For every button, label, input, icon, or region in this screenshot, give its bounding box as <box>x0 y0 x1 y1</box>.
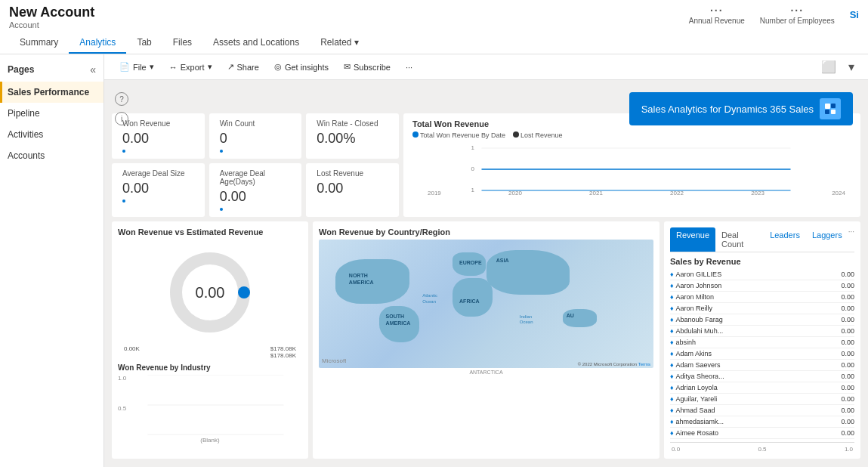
panel-more-icon[interactable]: ··· <box>848 227 854 252</box>
info-icon-2[interactable]: i <box>115 112 128 125</box>
sales-list-items: ♦Aaron GILLIES0.00 ♦Aaron Johnson0.00 ♦A… <box>670 269 854 439</box>
subscribe-label: Subscribe <box>354 63 391 72</box>
laggers-link[interactable]: Laggers <box>806 227 848 252</box>
list-item: ♦Aaron GILLIES0.00 <box>670 269 854 280</box>
kpi-win-rate-value: 0.00% <box>317 131 388 147</box>
y-axis: 1.0 0.5 <box>118 375 129 435</box>
info-icon-1[interactable]: ? <box>115 92 128 106</box>
tab-related[interactable]: Related ▾ <box>310 32 369 54</box>
report-area: 📄 File ▾ ↔ Export ▾ ↗ Share ◎ <box>104 54 868 467</box>
export-label: Export <box>181 63 205 72</box>
subscribe-button[interactable]: ✉ Subscribe <box>338 60 397 74</box>
au-label: AU <box>567 313 574 318</box>
sidebar-item-activities[interactable]: Activities <box>0 124 103 145</box>
svg-text:1: 1 <box>471 144 475 151</box>
share-button[interactable]: ↗ Share <box>221 60 265 74</box>
annual-revenue-dots: ··· <box>689 5 745 17</box>
list-item: ♦Adrian Loyola0.00 <box>670 382 854 394</box>
sidebar-item-sales-performance[interactable]: Sales Performance <box>0 82 103 103</box>
axis-0: 0.0 <box>672 446 680 453</box>
nav-tabs: Summary Analytics Tab Files Assets and L… <box>9 29 859 54</box>
tab-assets[interactable]: Assets and Locations <box>202 32 310 54</box>
item-name: ♦Adam Saevers <box>670 361 721 369</box>
total-won-revenue-chart: Total Won Revenue Total Won Revenue By D… <box>403 113 860 217</box>
svg-rect-4 <box>831 110 836 114</box>
donut-value: 0.00 <box>196 284 225 302</box>
item-name: ♦Ahmad Saad <box>670 407 715 414</box>
gauge-labels: 0.00K $178.08K$178.08K <box>118 345 302 359</box>
kpi-avg-deal-age-label: Average Deal Age(Days) <box>220 169 292 186</box>
employees-field: ··· Number of Employees <box>760 5 835 25</box>
item-name: ♦Abanoub Farag <box>670 316 723 323</box>
item-value: 0.00 <box>841 429 854 437</box>
item-value: 0.00 <box>841 395 854 403</box>
get-insights-button[interactable]: ◎ Get insights <box>268 60 335 74</box>
tab-analytics[interactable]: Analytics <box>69 32 126 54</box>
legend-dot-lost <box>513 131 519 138</box>
insights-label: Get insights <box>285 63 329 72</box>
indian-label: IndianOcean <box>520 314 533 325</box>
list-item: ♦Aimee Rosato0.00 <box>670 428 854 439</box>
af-label: AFRICA <box>459 298 479 304</box>
export-button[interactable]: ↔ Export ▾ <box>163 60 218 74</box>
sidebar-item-pipeline[interactable]: Pipeline <box>0 103 103 124</box>
kpi-won-revenue-value: 0.00 <box>122 131 194 147</box>
kpi-win-rate-label: Win Rate - Closed <box>317 119 388 128</box>
file-button[interactable]: 📄 File ▾ <box>113 60 160 74</box>
na-label: NORTHAMERICA <box>349 272 374 286</box>
item-name: ♦Aditya Sheora... <box>670 373 724 380</box>
tab-files[interactable]: Files <box>162 32 202 54</box>
report-canvas: Sales Analytics for Dynamics 365 Sales <box>104 80 868 467</box>
insights-icon: ◎ <box>274 62 282 72</box>
map-terms-link[interactable]: Terms <box>638 362 650 366</box>
account-subtitle: Account <box>9 20 94 29</box>
item-value: 0.00 <box>841 293 854 301</box>
map-title: Won Revenue by Country/Region <box>319 227 653 237</box>
list-item: ♦Aaron Milton0.00 <box>670 292 854 303</box>
top-row: Won Revenue 0.00 Win Count 0 <box>112 113 860 217</box>
list-item: ♦Abdulahi Muh...0.00 <box>670 326 854 337</box>
more-options-button[interactable]: ··· <box>400 60 419 74</box>
item-name: ♦Aaron GILLIES <box>670 271 721 278</box>
bing-logo: Microsoft Bing <box>322 355 346 366</box>
kpi-lost-revenue-label: Lost Revenue <box>317 169 388 178</box>
tab-summary[interactable]: Summary <box>9 32 69 54</box>
list-item: ♦Aaron Reilly0.00 <box>670 303 854 314</box>
deal-count-tab[interactable]: Deal Count <box>715 227 764 252</box>
item-value: 0.00 <box>841 384 854 391</box>
toolbar-left: 📄 File ▾ ↔ Export ▾ ↗ Share ◎ <box>113 60 419 74</box>
account-title: New Account <box>9 5 94 20</box>
donut-chart: 0.00 <box>118 240 302 345</box>
world-map: NORTHAMERICA SOUTHAMERICA EUROPE ASIA AF… <box>319 240 653 368</box>
tab-tab[interactable]: Tab <box>126 32 162 54</box>
item-value: 0.00 <box>841 418 854 425</box>
expand-button[interactable]: ⬜ <box>817 58 841 76</box>
bottom-row: Won Revenue vs Estimated Revenue 0.00 0.… <box>112 221 860 459</box>
sales-list: Sales by Revenue ♦Aaron GILLIES0.00 ♦Aar… <box>670 257 854 453</box>
kpi-avg-deal-bar <box>122 199 125 203</box>
revenue-tab[interactable]: Revenue <box>670 227 715 252</box>
sidebar-collapse-button[interactable]: « <box>90 63 96 76</box>
kpi-avg-deal-size-label: Average Deal Size <box>122 169 194 178</box>
item-value: 0.00 <box>841 327 854 335</box>
sa-logo <box>820 98 841 119</box>
export-chevron-icon: ▾ <box>208 62 212 72</box>
kpi-win-count-bar <box>220 150 223 153</box>
item-value: 0.00 <box>841 271 854 278</box>
chart-legend: Total Won Revenue By Date Lost Revenue <box>412 131 851 139</box>
info-icons: ? i <box>115 91 128 127</box>
file-chevron-icon: ▾ <box>150 62 154 72</box>
kpi-win-count: Win Count 0 <box>209 113 302 159</box>
line-chart-svg: 1 0 1 <box>412 142 851 195</box>
leaders-link[interactable]: Leaders <box>764 227 806 252</box>
report-content: Won Revenue 0.00 Win Count 0 <box>112 113 860 459</box>
sidebar-item-accounts[interactable]: Accounts <box>0 145 103 166</box>
list-item: ♦ahmedasiamk...0.00 <box>670 416 854 428</box>
item-name: ♦ahmedasiamk... <box>670 418 724 425</box>
share-icon: ↗ <box>227 62 234 72</box>
item-name: ♦absinh <box>670 339 696 346</box>
sales-list-title: Sales by Revenue <box>670 257 854 266</box>
axis-1: 1.0 <box>845 446 853 453</box>
annual-revenue-label: Annual Revenue <box>689 17 745 25</box>
item-value: 0.00 <box>841 316 854 323</box>
